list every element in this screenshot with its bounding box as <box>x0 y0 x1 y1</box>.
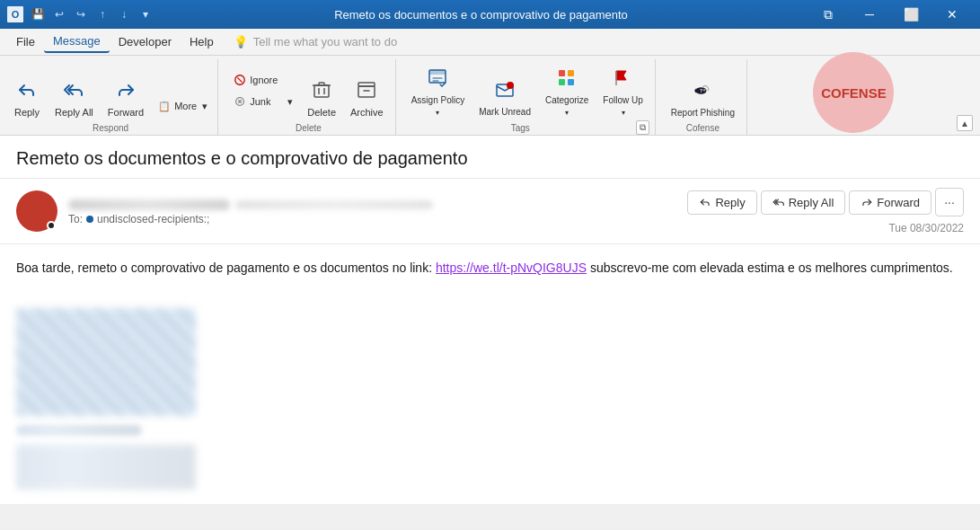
assign-policy-dropdown: ▾ <box>436 109 439 118</box>
undo-button[interactable]: ↩ <box>50 5 68 23</box>
ribbon-collapse-area: ▲ <box>957 59 973 135</box>
svg-line-1 <box>238 77 243 82</box>
menu-developer[interactable]: Developer <box>110 31 181 52</box>
svg-point-11 <box>507 82 514 89</box>
menu-help[interactable]: Help <box>181 31 223 52</box>
ignore-button[interactable]: Ignore <box>227 70 299 90</box>
archive-icon <box>356 79 377 104</box>
more-dropdown-icon: ▾ <box>202 101 207 112</box>
junk-dropdown-icon: ▾ <box>287 96 293 108</box>
svg-rect-15 <box>568 79 574 85</box>
ignore-junk-stack: Ignore Junk ▾ <box>227 60 299 121</box>
email-forward-label: Forward <box>877 196 920 209</box>
more-wrap: 📋 More ▾ <box>152 96 214 121</box>
quick-access-toolbar: 💾 ↩ ↪ ↑ ↓ ▾ <box>29 5 155 23</box>
tags-label: Tags <box>405 121 636 135</box>
archive-button[interactable]: Archive <box>344 60 390 121</box>
ribbon: Reply Reply All Forward 📋 More <box>0 56 980 136</box>
svg-rect-3 <box>314 85 329 97</box>
menu-file[interactable]: File <box>7 31 44 52</box>
search-placeholder[interactable]: Tell me what you want to do <box>253 35 397 49</box>
restore-button[interactable]: ⧉ <box>808 0 849 29</box>
tags-footer: Tags ⧉ <box>405 120 649 135</box>
tags-group: Assign Policy ▾ Mark Unread <box>400 59 656 135</box>
ignore-label: Ignore <box>250 75 278 85</box>
categorize-dropdown: ▾ <box>565 109 569 118</box>
email-more-button[interactable]: ··· <box>935 188 964 216</box>
minimize-button[interactable]: ─ <box>849 0 890 29</box>
reply-icon <box>16 79 38 104</box>
sender-avatar <box>16 190 57 232</box>
to-recipients: undisclosed-recipients:; <box>97 213 209 225</box>
delete-buttons: Ignore Junk ▾ Delete Archi <box>227 59 389 121</box>
redo-button[interactable]: ↪ <box>72 5 90 23</box>
avatar-status-dot <box>47 221 56 230</box>
blurred-section-2 <box>16 445 964 490</box>
email-reply-all-icon <box>773 196 785 208</box>
blurred-block-2 <box>16 445 196 490</box>
maximize-button[interactable]: ⬜ <box>890 0 931 29</box>
forward-label: Forward <box>108 107 144 119</box>
reply-button[interactable]: Reply <box>7 60 47 121</box>
to-indicator-dot <box>86 216 93 223</box>
email-meta: To: undisclosed-recipients:; <box>68 198 676 225</box>
down-arrow-button[interactable]: ↓ <box>115 5 133 23</box>
to-field: To: undisclosed-recipients:; <box>68 213 676 225</box>
email-attachment-area <box>0 292 980 504</box>
email-reply-icon <box>699 196 711 208</box>
forward-button[interactable]: Forward <box>102 60 150 121</box>
lightbulb-icon: 💡 <box>234 35 248 49</box>
respond-buttons: Reply Reply All Forward 📋 More <box>7 59 214 121</box>
assign-policy-button[interactable]: Assign Policy ▾ <box>405 59 471 120</box>
dropdown-button[interactable]: ▾ <box>137 5 155 23</box>
assign-policy-label: Assign Policy <box>411 95 464 106</box>
categorize-button[interactable]: Categorize ▾ <box>539 59 595 120</box>
categorize-icon <box>556 67 578 93</box>
title-bar-left: O 💾 ↩ ↪ ↑ ↓ ▾ <box>7 5 155 23</box>
email-forward-button[interactable]: Forward <box>849 190 931 215</box>
follow-up-dropdown: ▾ <box>622 109 625 118</box>
email-date: Tue 08/30/2022 <box>888 222 964 234</box>
report-phishing-button[interactable]: ? Report Phishing <box>665 60 741 121</box>
svg-rect-9 <box>429 70 446 75</box>
mark-unread-button[interactable]: Mark Unread <box>472 59 537 120</box>
email-reply-button[interactable]: Reply <box>687 190 756 215</box>
report-phishing-label: Report Phishing <box>671 108 735 119</box>
follow-up-button[interactable]: Follow Up ▾ <box>596 59 649 120</box>
junk-icon <box>234 95 246 108</box>
svg-text:?: ? <box>700 88 702 93</box>
delete-button[interactable]: Delete <box>301 60 342 121</box>
tags-buttons: Assign Policy ▾ Mark Unread <box>405 59 649 120</box>
mark-unread-icon <box>494 79 516 104</box>
tags-expand-button[interactable]: ⧉ <box>636 120 649 135</box>
more-button[interactable]: 📋 More ▾ <box>152 96 214 116</box>
reply-all-button[interactable]: Reply All <box>49 60 100 121</box>
junk-label: Junk <box>250 96 270 107</box>
menu-message[interactable]: Message <box>44 31 110 53</box>
sender-email <box>235 198 433 210</box>
junk-button[interactable]: Junk ▾ <box>227 92 299 111</box>
email-content: Remeto os documentos e o comprovativo de… <box>0 136 980 504</box>
delete-label: Delete <box>307 107 336 119</box>
cofense-logo: COFENSE <box>804 59 903 135</box>
up-arrow-button[interactable]: ↑ <box>93 5 111 23</box>
svg-rect-7 <box>358 86 375 97</box>
email-link[interactable]: https://we.tl/t-pNvQIG8UJS <box>436 261 587 275</box>
email-reply-all-button[interactable]: Reply All <box>761 190 846 215</box>
ribbon-collapse-button[interactable]: ▲ <box>957 115 973 131</box>
delete-group: Ignore Junk ▾ Delete Archi <box>222 59 395 135</box>
save-button[interactable]: 💾 <box>29 5 47 23</box>
window-controls: ⧉ ─ ⬜ ✕ <box>808 0 973 29</box>
close-button[interactable]: ✕ <box>931 0 973 29</box>
menu-search-area: 💡 Tell me what you want to do <box>234 35 397 49</box>
ignore-icon <box>234 74 246 86</box>
blurred-image-content <box>16 308 196 416</box>
reply-label: Reply <box>14 107 40 119</box>
more-dots-icon: ··· <box>944 195 955 209</box>
outlook-icon: O <box>7 6 23 22</box>
follow-up-label: Follow Up <box>603 95 642 106</box>
cofense-section-label: Cofense <box>665 121 741 135</box>
archive-label: Archive <box>350 107 384 119</box>
respond-group: Reply Reply All Forward 📋 More <box>7 59 218 135</box>
cofense-logo-circle: COFENSE <box>813 52 894 133</box>
